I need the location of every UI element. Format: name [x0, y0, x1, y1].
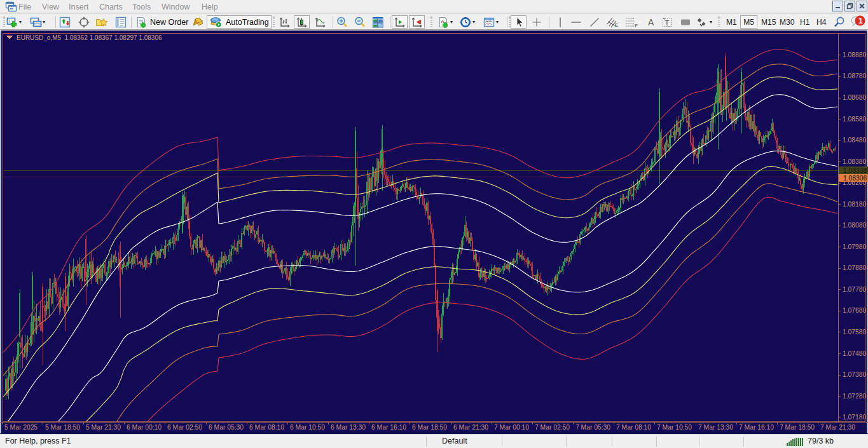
svg-text:1.07880: 1.07880 [843, 264, 866, 271]
svg-text:5 Mar 18:50: 5 Mar 18:50 [45, 424, 80, 431]
svg-text:6 Mar 21:30: 6 Mar 21:30 [453, 424, 488, 431]
svg-text:1.08680: 1.08680 [843, 94, 866, 101]
svg-text:6 Mar 00:10: 6 Mar 00:10 [127, 424, 162, 431]
svg-text:E: E [615, 22, 618, 28]
svg-text:T: T [665, 18, 670, 26]
svg-text:F: F [635, 23, 638, 29]
svg-text:7 Mar 10:50: 7 Mar 10:50 [657, 424, 692, 431]
svg-text:7 Mar 00:10: 7 Mar 00:10 [494, 424, 529, 431]
svg-text:1.08780: 1.08780 [843, 72, 866, 79]
svg-text:6 Mar 10:50: 6 Mar 10:50 [290, 424, 325, 431]
svg-text:1.07980: 1.07980 [843, 243, 866, 250]
svg-text:A: A [648, 17, 654, 27]
svg-text:7 Mar 13:30: 7 Mar 13:30 [698, 424, 733, 431]
svg-text:1.08880: 1.08880 [843, 51, 866, 58]
svg-text:1.08180: 1.08180 [843, 201, 866, 208]
svg-text:6 Mar 05:30: 6 Mar 05:30 [209, 424, 244, 431]
svg-text:1: 1 [858, 17, 863, 25]
svg-text:1.08306: 1.08306 [843, 175, 867, 182]
svg-text:6 Mar 16:10: 6 Mar 16:10 [371, 424, 406, 431]
svg-text:6 Mar 02:50: 6 Mar 02:50 [167, 424, 202, 431]
svg-text:1.07480: 1.07480 [843, 350, 866, 357]
svg-text:6 Mar 13:30: 6 Mar 13:30 [331, 424, 366, 431]
svg-text:1.08380: 1.08380 [843, 158, 866, 165]
svg-text:1.07780: 1.07780 [843, 286, 866, 293]
svg-text:5 Mar 2025: 5 Mar 2025 [4, 424, 38, 431]
svg-text:1.08480: 1.08480 [843, 137, 866, 144]
svg-text:7 Mar 05:30: 7 Mar 05:30 [575, 424, 610, 431]
svg-text:6 Mar 18:50: 6 Mar 18:50 [412, 424, 447, 431]
svg-text:7 Mar 08:10: 7 Mar 08:10 [616, 424, 651, 431]
svg-text:7 Mar 21:30: 7 Mar 21:30 [820, 424, 855, 431]
svg-text:1.07280: 1.07280 [843, 393, 866, 400]
svg-text:EURUSD_o,M5 1.08362 1.08367 1: EURUSD_o,M5 1.08362 1.08367 1.08297 1.08… [17, 34, 162, 41]
svg-text:1.07680: 1.07680 [843, 307, 866, 314]
svg-text:1.08080: 1.08080 [843, 222, 866, 229]
svg-text:7 Mar 02:50: 7 Mar 02:50 [535, 424, 570, 431]
svg-text:6 Mar 08:10: 6 Mar 08:10 [249, 424, 284, 431]
svg-text:1.07180: 1.07180 [843, 414, 866, 421]
svg-text:1.08580: 1.08580 [843, 116, 866, 123]
svg-text:7 Mar 18:50: 7 Mar 18:50 [780, 424, 815, 431]
svg-text:1.08338: 1.08338 [843, 167, 867, 174]
svg-text:7 Mar 16:10: 7 Mar 16:10 [739, 424, 774, 431]
svg-text:1.07380: 1.07380 [843, 371, 866, 378]
svg-text:1.07580: 1.07580 [843, 329, 866, 336]
svg-text:5 Mar 21:30: 5 Mar 21:30 [86, 424, 121, 431]
